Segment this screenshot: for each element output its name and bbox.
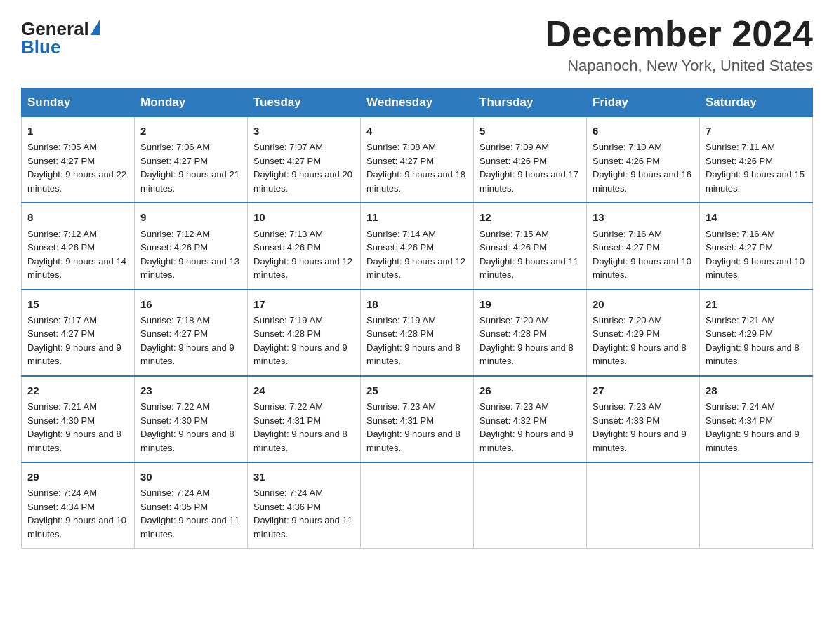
calendar-cell: 22Sunrise: 7:21 AMSunset: 4:30 PMDayligh… <box>22 376 135 462</box>
day-sun-info: Sunrise: 7:20 AMSunset: 4:28 PMDaylight:… <box>479 314 581 368</box>
day-number: 25 <box>366 382 468 398</box>
calendar-cell: 4Sunrise: 7:08 AMSunset: 4:27 PMDaylight… <box>361 117 474 203</box>
day-number: 12 <box>479 209 581 225</box>
day-number: 15 <box>27 296 128 312</box>
day-sun-info: Sunrise: 7:24 AMSunset: 4:34 PMDaylight:… <box>706 400 807 455</box>
day-number: 17 <box>253 296 355 312</box>
calendar-cell: 17Sunrise: 7:19 AMSunset: 4:28 PMDayligh… <box>248 290 361 376</box>
day-sun-info: Sunrise: 7:08 AMSunset: 4:27 PMDaylight:… <box>366 140 468 195</box>
logo-triangle-icon <box>91 20 100 35</box>
calendar-cell: 20Sunrise: 7:20 AMSunset: 4:29 PMDayligh… <box>587 290 700 376</box>
day-sun-info: Sunrise: 7:23 AMSunset: 4:31 PMDaylight:… <box>366 400 468 455</box>
day-sun-info: Sunrise: 7:18 AMSunset: 4:27 PMDaylight:… <box>140 314 241 368</box>
calendar-week-row: 29Sunrise: 7:24 AMSunset: 4:34 PMDayligh… <box>22 462 813 549</box>
day-sun-info: Sunrise: 7:24 AMSunset: 4:34 PMDaylight:… <box>27 486 128 541</box>
day-number: 27 <box>593 382 694 398</box>
calendar-cell: 11Sunrise: 7:14 AMSunset: 4:26 PMDayligh… <box>361 203 474 289</box>
title-area: December 2024 Napanoch, New York, United… <box>545 14 813 75</box>
day-number: 31 <box>253 469 355 485</box>
calendar-cell: 25Sunrise: 7:23 AMSunset: 4:31 PMDayligh… <box>361 376 474 462</box>
calendar-cell: 16Sunrise: 7:18 AMSunset: 4:27 PMDayligh… <box>135 290 248 376</box>
day-number: 30 <box>140 469 241 485</box>
day-sun-info: Sunrise: 7:21 AMSunset: 4:29 PMDaylight:… <box>706 314 807 368</box>
day-of-week-header: Thursday <box>474 88 587 117</box>
day-number: 8 <box>27 209 128 225</box>
calendar-cell: 26Sunrise: 7:23 AMSunset: 4:32 PMDayligh… <box>474 376 587 462</box>
calendar-cell: 27Sunrise: 7:23 AMSunset: 4:33 PMDayligh… <box>587 376 700 462</box>
calendar-cell: 21Sunrise: 7:21 AMSunset: 4:29 PMDayligh… <box>700 290 813 376</box>
logo-general-text: General <box>21 20 89 38</box>
logo-blue-text: Blue <box>21 38 60 56</box>
day-number: 10 <box>253 209 355 225</box>
calendar-cell <box>474 462 587 549</box>
location-subtitle: Napanoch, New York, United States <box>545 57 813 75</box>
day-sun-info: Sunrise: 7:14 AMSunset: 4:26 PMDaylight:… <box>366 227 468 282</box>
day-number: 14 <box>706 209 807 225</box>
day-sun-info: Sunrise: 7:22 AMSunset: 4:30 PMDaylight:… <box>140 400 241 455</box>
calendar-cell: 7Sunrise: 7:11 AMSunset: 4:26 PMDaylight… <box>700 117 813 203</box>
day-sun-info: Sunrise: 7:22 AMSunset: 4:31 PMDaylight:… <box>253 400 355 455</box>
day-number: 6 <box>593 123 694 139</box>
day-number: 26 <box>479 382 581 398</box>
calendar-cell: 9Sunrise: 7:12 AMSunset: 4:26 PMDaylight… <box>135 203 248 289</box>
calendar-cell: 6Sunrise: 7:10 AMSunset: 4:26 PMDaylight… <box>587 117 700 203</box>
calendar-week-row: 22Sunrise: 7:21 AMSunset: 4:30 PMDayligh… <box>22 376 813 462</box>
day-of-week-header: Monday <box>135 88 248 117</box>
calendar-cell: 18Sunrise: 7:19 AMSunset: 4:28 PMDayligh… <box>361 290 474 376</box>
day-number: 4 <box>366 123 468 139</box>
calendar-cell: 3Sunrise: 7:07 AMSunset: 4:27 PMDaylight… <box>248 117 361 203</box>
day-number: 5 <box>479 123 581 139</box>
calendar-cell: 28Sunrise: 7:24 AMSunset: 4:34 PMDayligh… <box>700 376 813 462</box>
calendar-week-row: 15Sunrise: 7:17 AMSunset: 4:27 PMDayligh… <box>22 290 813 376</box>
page-header: General Blue December 2024 Napanoch, New… <box>21 14 813 75</box>
day-sun-info: Sunrise: 7:19 AMSunset: 4:28 PMDaylight:… <box>366 314 468 368</box>
day-number: 28 <box>706 382 807 398</box>
calendar-table: SundayMondayTuesdayWednesdayThursdayFrid… <box>21 88 813 549</box>
day-sun-info: Sunrise: 7:12 AMSunset: 4:26 PMDaylight:… <box>140 227 241 282</box>
day-sun-info: Sunrise: 7:12 AMSunset: 4:26 PMDaylight:… <box>27 227 128 282</box>
calendar-cell: 13Sunrise: 7:16 AMSunset: 4:27 PMDayligh… <box>587 203 700 289</box>
day-of-week-header: Friday <box>587 88 700 117</box>
day-sun-info: Sunrise: 7:15 AMSunset: 4:26 PMDaylight:… <box>479 227 581 282</box>
day-sun-info: Sunrise: 7:17 AMSunset: 4:27 PMDaylight:… <box>27 314 128 368</box>
day-sun-info: Sunrise: 7:21 AMSunset: 4:30 PMDaylight:… <box>27 400 128 455</box>
day-number: 3 <box>253 123 355 139</box>
day-sun-info: Sunrise: 7:05 AMSunset: 4:27 PMDaylight:… <box>27 140 128 195</box>
day-sun-info: Sunrise: 7:10 AMSunset: 4:26 PMDaylight:… <box>593 140 694 195</box>
month-year-title: December 2024 <box>545 14 813 54</box>
day-number: 18 <box>366 296 468 312</box>
calendar-cell <box>361 462 474 549</box>
day-number: 9 <box>140 209 241 225</box>
day-number: 22 <box>27 382 128 398</box>
day-sun-info: Sunrise: 7:09 AMSunset: 4:26 PMDaylight:… <box>479 140 581 195</box>
day-number: 13 <box>593 209 694 225</box>
day-sun-info: Sunrise: 7:24 AMSunset: 4:36 PMDaylight:… <box>253 486 355 541</box>
day-number: 1 <box>27 123 128 139</box>
day-sun-info: Sunrise: 7:23 AMSunset: 4:33 PMDaylight:… <box>593 400 694 455</box>
day-number: 20 <box>593 296 694 312</box>
day-number: 16 <box>140 296 241 312</box>
day-of-week-header: Sunday <box>22 88 135 117</box>
calendar-cell <box>587 462 700 549</box>
calendar-cell: 30Sunrise: 7:24 AMSunset: 4:35 PMDayligh… <box>135 462 248 549</box>
calendar-week-row: 1Sunrise: 7:05 AMSunset: 4:27 PMDaylight… <box>22 117 813 203</box>
calendar-cell: 10Sunrise: 7:13 AMSunset: 4:26 PMDayligh… <box>248 203 361 289</box>
day-sun-info: Sunrise: 7:06 AMSunset: 4:27 PMDaylight:… <box>140 140 241 195</box>
logo: General Blue <box>21 20 100 56</box>
day-sun-info: Sunrise: 7:16 AMSunset: 4:27 PMDaylight:… <box>593 227 694 282</box>
day-number: 7 <box>706 123 807 139</box>
day-sun-info: Sunrise: 7:16 AMSunset: 4:27 PMDaylight:… <box>706 227 807 282</box>
calendar-week-row: 8Sunrise: 7:12 AMSunset: 4:26 PMDaylight… <box>22 203 813 289</box>
day-number: 29 <box>27 469 128 485</box>
calendar-cell: 23Sunrise: 7:22 AMSunset: 4:30 PMDayligh… <box>135 376 248 462</box>
calendar-cell: 29Sunrise: 7:24 AMSunset: 4:34 PMDayligh… <box>22 462 135 549</box>
day-number: 19 <box>479 296 581 312</box>
calendar-cell: 5Sunrise: 7:09 AMSunset: 4:26 PMDaylight… <box>474 117 587 203</box>
day-of-week-header: Saturday <box>700 88 813 117</box>
calendar-cell: 14Sunrise: 7:16 AMSunset: 4:27 PMDayligh… <box>700 203 813 289</box>
day-sun-info: Sunrise: 7:24 AMSunset: 4:35 PMDaylight:… <box>140 486 241 541</box>
calendar-cell: 19Sunrise: 7:20 AMSunset: 4:28 PMDayligh… <box>474 290 587 376</box>
day-number: 21 <box>706 296 807 312</box>
day-sun-info: Sunrise: 7:19 AMSunset: 4:28 PMDaylight:… <box>253 314 355 368</box>
calendar-cell: 8Sunrise: 7:12 AMSunset: 4:26 PMDaylight… <box>22 203 135 289</box>
